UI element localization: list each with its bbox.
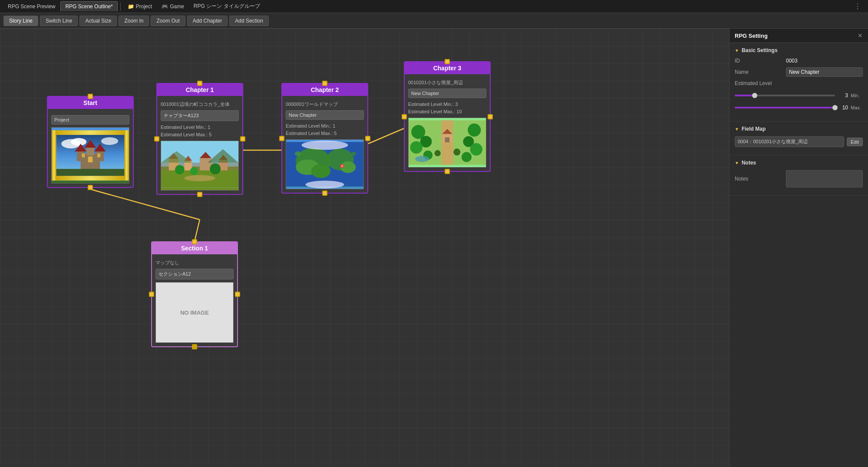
chapter1-connector-left[interactable]	[154, 136, 159, 141]
chapter2-connector-top[interactable]	[322, 81, 327, 86]
start-connector-bottom[interactable]	[88, 185, 93, 190]
svg-rect-66	[445, 137, 450, 142]
svg-point-62	[470, 143, 482, 155]
tab-project[interactable]: 📁Project	[123, 2, 156, 11]
main-area: Start Project	[0, 29, 868, 467]
level-max-slider[interactable]	[735, 107, 835, 109]
tab-rpg-outline[interactable]: RPG Scene Outline*	[60, 1, 117, 11]
tab-bar: RPG Scene Preview RPG Scene Outline* 📁Pr…	[0, 0, 868, 13]
level-min-row: 3 Min.	[735, 92, 863, 99]
field-map-title: Field Map	[742, 126, 766, 132]
svg-rect-19	[88, 157, 93, 162]
chapter3-node[interactable]: Chapter 3 0010201小さな廃屋_周辺 New Chapter Es…	[404, 61, 491, 172]
basic-settings-header: ▼ Basic Settings	[735, 47, 863, 53]
section1-connector-right[interactable]	[235, 292, 240, 297]
id-label: ID	[735, 58, 782, 64]
tab-rpg-preview[interactable]: RPG Scene Preview	[3, 2, 59, 11]
chapter1-connector-top[interactable]	[197, 81, 202, 86]
chapter2-connector-left[interactable]	[279, 136, 284, 141]
zoom-in-button[interactable]: Zoom In	[119, 16, 149, 26]
tab-tile-group[interactable]: RPG シーン タイルグループ	[189, 1, 264, 12]
chapter3-title: Chapter 3	[433, 65, 462, 72]
svg-rect-21	[97, 154, 100, 158]
actual-size-button[interactable]: Actual Size	[79, 16, 117, 26]
name-label: Name	[735, 69, 782, 75]
name-input[interactable]	[786, 67, 863, 77]
chapter2-map-img	[286, 140, 363, 189]
story-line-button[interactable]: Story Line	[3, 16, 38, 26]
chapter2-title: Chapter 2	[311, 86, 339, 93]
chapter2-connector-bottom[interactable]	[322, 191, 327, 196]
svg-point-48	[306, 181, 344, 188]
section1-connector-top[interactable]	[192, 239, 197, 244]
chapter1-node[interactable]: Chapter 1 0010001辺境の町ココカラ_全体 チャプターA123 E…	[156, 83, 243, 195]
svg-point-37	[184, 175, 215, 181]
svg-point-51	[295, 151, 301, 156]
add-chapter-button[interactable]: Add Chapter	[187, 16, 228, 26]
svg-point-69	[415, 156, 429, 162]
section1-content: マップなし セクションA12 NO IMAGE	[152, 254, 237, 346]
switch-line-button[interactable]: Switch Line	[40, 16, 78, 26]
chapter2-connector-right[interactable]	[365, 136, 370, 141]
chapter1-connector-right[interactable]	[240, 136, 245, 141]
field-map-edit-button[interactable]: Edit	[847, 138, 863, 146]
zoom-out-button[interactable]: Zoom Out	[151, 16, 185, 26]
svg-point-68	[453, 148, 460, 155]
level-max-value: 10	[838, 105, 848, 111]
section1-connector-left[interactable]	[149, 292, 154, 297]
estimated-level-label: Estimated Level	[735, 80, 782, 86]
section1-field: セクションA12	[155, 269, 234, 280]
setting-panel-close-button[interactable]: ✕	[858, 32, 863, 39]
svg-rect-6	[52, 176, 129, 181]
level-min-slider[interactable]	[735, 95, 835, 96]
start-project-field: Project	[51, 115, 129, 125]
start-connector-top[interactable]	[88, 94, 93, 99]
field-map-arrow: ▼	[735, 127, 739, 132]
chapter2-node[interactable]: Chapter 2 0000001ワールドマップ New Chapter Est…	[281, 83, 368, 194]
notes-section: ▼ Notes Notes	[729, 155, 868, 196]
notes-title: Notes	[742, 160, 756, 166]
svg-point-36	[210, 164, 221, 174]
basic-settings-section: ▼ Basic Settings ID 0003 Name Estimated …	[729, 43, 868, 122]
level-min-value: 3	[838, 92, 848, 99]
chapter3-connector-right[interactable]	[488, 114, 493, 119]
chapter2-map-id: 0000001ワールドマップ	[286, 101, 364, 108]
svg-rect-30	[200, 158, 211, 170]
tab-divider-1	[120, 2, 121, 11]
chapter3-image	[408, 118, 486, 168]
svg-point-10	[71, 138, 87, 146]
notes-input[interactable]	[786, 170, 863, 187]
svg-rect-55	[442, 120, 453, 164]
svg-line-2	[368, 128, 404, 144]
svg-point-34	[175, 165, 184, 174]
chapter1-connector-bottom[interactable]	[197, 192, 202, 197]
svg-point-52	[351, 152, 356, 156]
chapter3-connector-top[interactable]	[445, 59, 450, 64]
svg-line-3	[195, 220, 200, 241]
add-section-button[interactable]: Add Section	[229, 16, 269, 26]
svg-point-60	[468, 123, 481, 136]
chapter1-image	[161, 141, 239, 191]
chapter3-connector-bottom[interactable]	[445, 169, 450, 174]
section1-node[interactable]: Section 1 マップなし セクションA12 NO IMAGE	[151, 241, 238, 347]
chapter2-image	[286, 139, 364, 189]
notes-arrow: ▼	[735, 161, 739, 165]
chapter3-level: Estimated Level Min.: 3 Estimated Level …	[408, 101, 486, 115]
setting-panel-header: RPG Setting ✕	[729, 29, 868, 43]
setting-panel: RPG Setting ✕ ▼ Basic Settings ID 0003 N…	[729, 29, 868, 467]
start-map-image	[52, 128, 129, 183]
start-image-area	[51, 127, 129, 184]
svg-point-58	[410, 141, 422, 153]
chapter3-connector-left[interactable]	[402, 114, 407, 119]
start-node[interactable]: Start Project	[47, 96, 134, 188]
section1-map-id: マップなし	[155, 260, 234, 266]
level-max-unit: Max.	[851, 105, 863, 110]
canvas-area[interactable]: Start Project	[0, 29, 729, 467]
tab-game[interactable]: 🎮Game	[157, 2, 188, 11]
section1-connector-bottom[interactable]	[192, 344, 197, 349]
menu-dots-button[interactable]: ⋮	[851, 2, 865, 10]
chapter2-field: New Chapter	[286, 110, 364, 120]
svg-point-47	[302, 141, 348, 150]
notes-label: Notes	[735, 176, 782, 182]
chapter3-map-id: 0010201小さな廃屋_周辺	[408, 79, 486, 86]
